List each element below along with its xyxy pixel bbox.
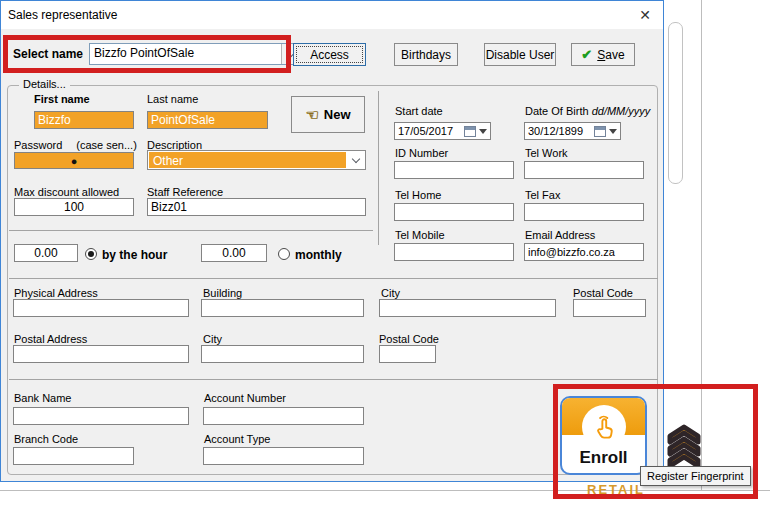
- tel-home-label: Tel Home: [395, 189, 441, 201]
- hourly-rate-input[interactable]: [14, 244, 78, 262]
- calendar-icon: [464, 126, 476, 137]
- account-type-label: Account Type: [204, 433, 270, 445]
- enroll-button[interactable]: Enroll: [560, 396, 647, 475]
- divider: [9, 230, 373, 231]
- postal-city-input[interactable]: [201, 345, 364, 363]
- calendar-icon: [594, 126, 606, 137]
- monthly-radio[interactable]: [278, 248, 290, 260]
- last-name-label: Last name: [147, 93, 198, 105]
- disable-user-button[interactable]: Disable User: [484, 43, 556, 66]
- first-name-label: First name: [34, 93, 90, 105]
- staff-reference-input[interactable]: [147, 198, 366, 216]
- start-date-label: Start date: [395, 105, 443, 117]
- max-discount-input[interactable]: [14, 198, 134, 216]
- postal-city-label: City: [203, 333, 222, 345]
- postal-code2-input[interactable]: [379, 345, 436, 363]
- window-title: Sales representative: [8, 8, 117, 22]
- enroll-button-label: Enroll: [562, 448, 645, 468]
- dropdown-arrow-icon[interactable]: [609, 129, 617, 134]
- account-type-input[interactable]: [203, 447, 364, 465]
- bank-name-label: Bank Name: [14, 392, 71, 404]
- account-number-label: Account Number: [204, 392, 286, 404]
- register-fingerprint-tooltip: Register Fingerprint: [640, 466, 751, 486]
- birthdays-button[interactable]: Birthdays: [394, 43, 458, 66]
- password-input[interactable]: [14, 152, 134, 169]
- city-input[interactable]: [379, 299, 556, 317]
- select-name-label: Select name: [13, 47, 83, 61]
- chevron-down-icon: [351, 154, 359, 162]
- new-button[interactable]: ☜ New: [291, 96, 365, 133]
- divider: [378, 91, 379, 245]
- background-window-bottom-edge: [0, 490, 770, 491]
- tel-work-input[interactable]: [524, 161, 644, 179]
- date-of-birth-label: Date Of Birth dd/MM/yyyy: [525, 105, 650, 117]
- details-group-label: Details...: [19, 78, 70, 90]
- password-label: Password(case sen...): [14, 139, 137, 151]
- id-number-label: ID Number: [395, 147, 448, 159]
- dropdown-arrow-icon[interactable]: [479, 129, 487, 134]
- email-address-label: Email Address: [525, 229, 595, 241]
- physical-address-input[interactable]: [13, 299, 189, 317]
- staff-reference-label: Staff Reference: [147, 186, 223, 198]
- postal-code-input[interactable]: [573, 299, 646, 317]
- tel-mobile-label: Tel Mobile: [395, 229, 445, 241]
- max-discount-label: Max discount allowed: [14, 186, 119, 198]
- email-address-input[interactable]: [524, 243, 644, 261]
- postal-address-label: Postal Address: [14, 333, 87, 345]
- select-name-value: Bizzfo PointOfSale: [90, 44, 281, 64]
- description-value: Other: [149, 152, 346, 168]
- postal-code-label: Postal Code: [573, 287, 633, 299]
- save-button[interactable]: ✔ Save: [571, 43, 635, 66]
- id-number-input[interactable]: [394, 161, 514, 179]
- monthly-rate-input[interactable]: [201, 244, 267, 262]
- description-arrow-button[interactable]: [346, 151, 365, 169]
- tel-fax-label: Tel Fax: [525, 189, 560, 201]
- tel-work-label: Tel Work: [525, 147, 568, 159]
- physical-address-label: Physical Address: [14, 287, 98, 299]
- branch-code-label: Branch Code: [14, 433, 78, 445]
- building-input[interactable]: [201, 299, 364, 317]
- branch-code-input[interactable]: [13, 447, 134, 465]
- last-name-input[interactable]: [147, 111, 268, 129]
- by-the-hour-radio[interactable]: [85, 248, 97, 260]
- date-format-hint: dd/MM/yyyy: [592, 105, 651, 117]
- bank-name-input[interactable]: [13, 407, 189, 425]
- titlebar[interactable]: Sales representative ✕: [1, 1, 663, 29]
- tel-home-input[interactable]: [394, 203, 514, 221]
- postal-code2-label: Postal Code: [379, 333, 439, 345]
- retail-brand-text: RETAIL: [587, 482, 645, 497]
- by-the-hour-label: by the hour: [102, 248, 167, 262]
- save-check-icon: ✔: [581, 48, 592, 61]
- monthly-label: monthly: [295, 248, 342, 262]
- screenshot-stage: RETAIL Sales representative ✕ Select nam…: [0, 0, 770, 507]
- tel-mobile-input[interactable]: [394, 243, 514, 261]
- select-name-combobox[interactable]: Bizzfo PointOfSale: [89, 43, 301, 65]
- building-label: Building: [203, 287, 242, 299]
- tel-fax-input[interactable]: [524, 203, 644, 221]
- start-date-picker[interactable]: 17/05/2017: [394, 122, 491, 140]
- account-number-input[interactable]: [203, 407, 364, 425]
- date-of-birth-picker[interactable]: 30/12/1899: [524, 122, 621, 140]
- pointing-hand-icon: ☜: [305, 107, 318, 122]
- postal-address-input[interactable]: [13, 345, 189, 363]
- background-groupbox-fragment: [668, 22, 683, 184]
- close-icon[interactable]: ✕: [635, 6, 655, 24]
- city-label: City: [381, 287, 400, 299]
- access-button[interactable]: Access: [293, 43, 366, 66]
- background-window-edge: [701, 0, 702, 491]
- case-sensitive-hint: (case sen...): [76, 139, 137, 151]
- first-name-input[interactable]: [34, 111, 134, 129]
- divider: [9, 278, 658, 279]
- fingerprint-tap-icon: [582, 405, 626, 449]
- description-combobox[interactable]: Other: [147, 150, 366, 170]
- divider: [9, 379, 658, 380]
